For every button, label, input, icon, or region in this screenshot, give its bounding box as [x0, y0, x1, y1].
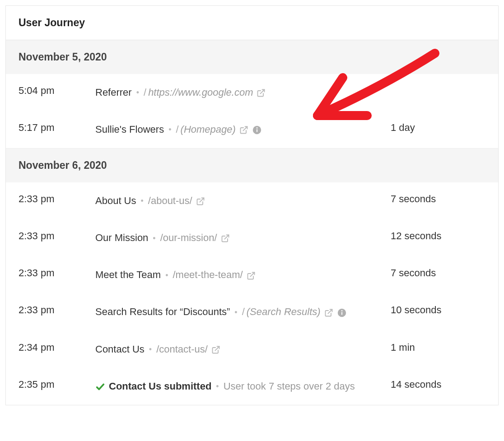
journey-title: Referrer: [95, 87, 132, 98]
separator-dot: •: [165, 271, 168, 280]
journey-path: /our-mission/: [160, 232, 217, 243]
journey-row: 2:33 pmMeet the Team•/meet-the-team/7 se…: [6, 256, 498, 293]
separator-dot: •: [136, 88, 139, 97]
separator-dot: •: [153, 234, 155, 243]
separator-dot: •: [168, 125, 171, 134]
journey-main: About Us•/about-us/: [95, 193, 391, 209]
date-header: November 6, 2020: [6, 149, 498, 182]
journey-time: 2:33 pm: [19, 304, 95, 316]
separator-dot: •: [216, 382, 219, 391]
journey-title: Contact Us: [95, 344, 145, 355]
journey-time: 2:34 pm: [19, 342, 95, 353]
path-slash: /: [176, 124, 178, 135]
journey-title: Search Results for “Discounts”: [95, 306, 230, 317]
journey-duration: 12 seconds: [391, 230, 485, 242]
external-link-icon[interactable]: [211, 345, 220, 354]
journey-main: Our Mission•/our-mission/: [95, 230, 391, 246]
journey-title: About Us: [95, 195, 136, 206]
journey-main: Search Results for “Discounts”•/(Search …: [95, 304, 391, 320]
panel-title: User Journey: [6, 6, 498, 40]
check-icon: [95, 382, 105, 392]
svg-line-5: [200, 198, 204, 202]
journey-meta: User took 7 steps over 2 days: [224, 381, 355, 392]
svg-line-8: [328, 309, 332, 313]
journey-path: (Search Results): [247, 306, 321, 317]
svg-line-7: [250, 272, 254, 276]
journey-body: November 5, 20205:04 pmReferrer•/https:/…: [6, 40, 498, 405]
date-header: November 5, 2020: [6, 40, 498, 74]
journey-duration: 7 seconds: [391, 267, 485, 279]
journey-time: 5:17 pm: [19, 122, 95, 134]
journey-duration: 1 min: [391, 342, 485, 353]
separator-dot: •: [234, 308, 237, 317]
journey-title: Meet the Team: [95, 269, 161, 280]
external-link-icon[interactable]: [324, 308, 333, 317]
journey-duration: 7 seconds: [391, 193, 485, 205]
journey-time: 2:33 pm: [19, 267, 95, 279]
info-icon[interactable]: [337, 308, 347, 318]
journey-row: 2:35 pmContact Us submitted•User took 7 …: [6, 368, 498, 405]
external-link-icon[interactable]: [247, 271, 256, 280]
svg-point-4: [257, 127, 258, 129]
journey-row: 2:33 pmOur Mission•/our-mission/12 secon…: [6, 219, 498, 256]
journey-main: Meet the Team•/meet-the-team/: [95, 267, 391, 283]
journey-main: Contact Us submitted•User took 7 steps o…: [95, 379, 391, 394]
journey-time: 5:04 pm: [19, 85, 95, 97]
journey-duration: 10 seconds: [391, 304, 485, 316]
external-link-icon[interactable]: [257, 88, 266, 97]
separator-dot: •: [149, 345, 152, 354]
journey-path: /meet-the-team/: [173, 269, 243, 280]
separator-dot: •: [141, 196, 144, 205]
journey-row: 2:33 pmSearch Results for “Discounts”•/(…: [6, 293, 498, 330]
journey-main: Contact Us•/contact-us/: [95, 342, 391, 357]
journey-path: (Homepage): [181, 124, 236, 135]
journey-row: 2:34 pmContact Us•/contact-us/1 min: [6, 331, 498, 368]
journey-time: 2:35 pm: [19, 379, 95, 390]
info-icon[interactable]: [252, 125, 262, 135]
journey-row: 2:33 pmAbout Us•/about-us/7 seconds: [6, 182, 498, 219]
svg-line-1: [243, 127, 247, 131]
journey-row: 5:17 pmSullie's Flowers•/(Homepage)1 day: [6, 111, 498, 149]
journey-title: Contact Us submitted: [109, 381, 211, 392]
external-link-icon[interactable]: [196, 197, 205, 206]
svg-line-6: [224, 235, 229, 239]
journey-path: /contact-us/: [156, 344, 208, 355]
external-link-icon[interactable]: [221, 234, 230, 243]
user-journey-panel: User Journey November 5, 20205:04 pmRefe…: [5, 5, 499, 405]
external-link-icon[interactable]: [239, 125, 248, 135]
journey-path: https://www.google.com: [148, 87, 253, 98]
journey-title: Sullie's Flowers: [95, 124, 164, 135]
journey-main: Referrer•/https://www.google.com: [95, 85, 391, 100]
journey-time: 2:33 pm: [19, 230, 95, 242]
path-slash: /: [242, 306, 245, 317]
journey-duration: 14 seconds: [391, 379, 485, 390]
svg-line-0: [261, 90, 265, 94]
journey-duration: 1 day: [391, 122, 485, 134]
journey-title: Our Mission: [95, 232, 148, 243]
journey-row: 5:04 pmReferrer•/https://www.google.com: [6, 74, 498, 111]
svg-line-12: [215, 346, 219, 350]
journey-main: Sullie's Flowers•/(Homepage): [95, 122, 391, 137]
journey-time: 2:33 pm: [19, 193, 95, 205]
svg-rect-10: [341, 312, 342, 315]
svg-rect-3: [257, 129, 257, 132]
path-slash: /: [144, 87, 146, 98]
svg-point-11: [341, 310, 342, 311]
journey-path: /about-us/: [148, 195, 192, 206]
